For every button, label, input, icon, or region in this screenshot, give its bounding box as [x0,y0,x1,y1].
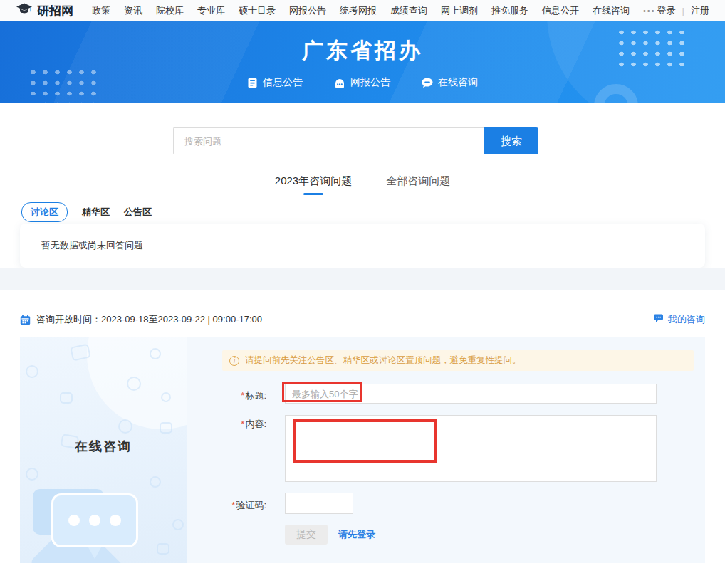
content-textarea[interactable] [285,415,657,482]
subtab-essence[interactable]: 精华区 [82,206,110,219]
my-consult-label: 我的咨询 [668,313,705,326]
banner-link-info-notice[interactable]: 信息公告 [247,76,303,89]
section-divider [0,268,725,290]
tab-2023-questions[interactable]: 2023年咨询问题 [275,174,352,195]
nav-item-score-query[interactable]: 成绩查询 [390,4,427,17]
banner-link-label: 信息公告 [263,76,303,89]
graduation-cap-icon [16,3,33,19]
banner-link-label: 网报公告 [350,76,390,89]
captcha-input[interactable] [285,493,353,514]
decor-chat-bubble-front [51,493,138,547]
logo-text: 研招网 [37,3,73,19]
main-menu: 政策 资讯 院校库 专业库 硕士目录 网报公告 统考网报 成绩查询 网上调剂 推… [92,4,656,17]
banner-links: 信息公告 网报公告 [0,76,725,89]
decor-thumb-icon [60,392,73,404]
nav-item-adjustment[interactable]: 网上调剂 [441,4,478,17]
top-nav: 研招网 政策 资讯 院校库 专业库 硕士目录 网报公告 统考网报 成绩查询 网上… [0,0,725,21]
nav-item-unified-exam[interactable]: 统考网报 [340,4,377,17]
decor-question-icon [127,377,141,391]
tab-all-questions[interactable]: 全部咨询问题 [386,174,450,195]
consult-form: i 请提问前先关注公告区、精华区或讨论区置顶问题，避免重复性提问。 *标题: *… [187,337,705,563]
title-field-label: *标题: [187,384,285,404]
nav-item-master-catalog[interactable]: 硕士目录 [239,4,276,17]
required-mark: * [241,419,244,429]
open-time-value: 2023-09-18至2023-09-22 | 09:00-17:00 [101,313,262,326]
decor-clock-icon [161,392,171,402]
required-mark: * [241,390,244,401]
login-first-link[interactable]: 请先登录 [338,525,375,545]
consult-form-section: 在线咨询 i 请提问前先关注公告区、精华区或讨论区置顶问题，避免重复性提问。 *… [20,337,705,563]
my-consult-link[interactable]: 我的咨询 [653,313,705,326]
announcement-icon [334,78,345,88]
nav-item-policy[interactable]: 政策 [92,4,110,17]
decor-clock-icon [172,519,184,530]
nav-item-news[interactable]: 资讯 [124,4,142,17]
register-link[interactable]: 注册 [691,4,709,17]
banner: 广东省招办 信息公告 [0,21,725,103]
banner-link-online-consult[interactable]: 在线咨询 [422,76,478,89]
calendar-icon [20,315,31,325]
notice-banner: i 请提问前先关注公告区、精华区或讨论区置顶问题，避免重复性提问。 [222,350,694,371]
search-button[interactable]: 搜索 [484,127,538,154]
chat-bubble-icon [653,314,664,325]
auth-links: 登录 | 注册 [657,4,709,17]
subtab-notice[interactable]: 公告区 [124,206,152,219]
open-time-label: 咨询开放时间： [36,313,101,326]
submit-button[interactable]: 提交 [285,525,328,545]
consult-side-panel: 在线咨询 [20,337,187,563]
decor-pin-icon [150,476,161,488]
decor-question-icon [118,419,132,434]
decor-pin-icon [150,348,161,359]
nav-item-exemption[interactable]: 推免服务 [491,4,528,17]
site-logo[interactable]: 研招网 [16,3,73,19]
nav-item-school-library[interactable]: 院校库 [156,4,184,17]
decor-clock-icon [26,365,38,378]
empty-state-message: 暂无数据或尚未回答问题 [41,239,143,252]
title-input[interactable] [285,384,657,404]
question-list-card: 暂无数据或尚未回答问题 [20,224,705,268]
consult-meta-row: 咨询开放时间： 2023-09-18至2023-09-22 | 09:00-17… [20,313,705,326]
panel-title: 在线咨询 [20,438,187,455]
nav-item-online-notice[interactable]: 网报公告 [289,4,326,17]
decor-thumb-icon [157,543,169,555]
nav-item-major-library[interactable]: 专业库 [197,4,225,17]
search-bar: 搜索 [173,127,538,154]
content-field-label: *内容: [187,415,285,482]
section-subtabs: 讨论区 精华区 公告区 [21,202,152,222]
page: 研招网 政策 资讯 院校库 专业库 硕士目录 网报公告 统考网报 成绩查询 网上… [0,0,725,588]
required-mark: * [231,500,235,510]
nav-more-button[interactable]: ••• [643,6,656,15]
decor-thumb-icon [160,422,172,434]
captcha-field-label: *验证码: [187,493,285,514]
banner-link-web-notice[interactable]: 网报公告 [334,76,390,89]
search-input[interactable] [173,127,484,154]
nav-item-info-disclosure[interactable]: 信息公开 [542,4,579,17]
nav-item-online-consult[interactable]: 在线咨询 [593,4,630,17]
chat-icon [422,78,433,88]
info-icon: i [229,356,239,366]
banner-link-label: 在线咨询 [438,76,478,89]
login-link[interactable]: 登录 [657,4,676,17]
notice-text: 请提问前先关注公告区、精华区或讨论区置顶问题，避免重复性提问。 [245,355,521,367]
decor-clock-icon [26,468,38,481]
decor-chat-bubble-tail [88,547,101,559]
subtab-discussion[interactable]: 讨论区 [21,202,68,222]
document-icon [247,78,258,88]
question-tabs: 2023年咨询问题 全部咨询问题 [0,174,725,195]
page-title: 广东省招办 [0,36,725,65]
auth-divider: | [682,6,684,16]
